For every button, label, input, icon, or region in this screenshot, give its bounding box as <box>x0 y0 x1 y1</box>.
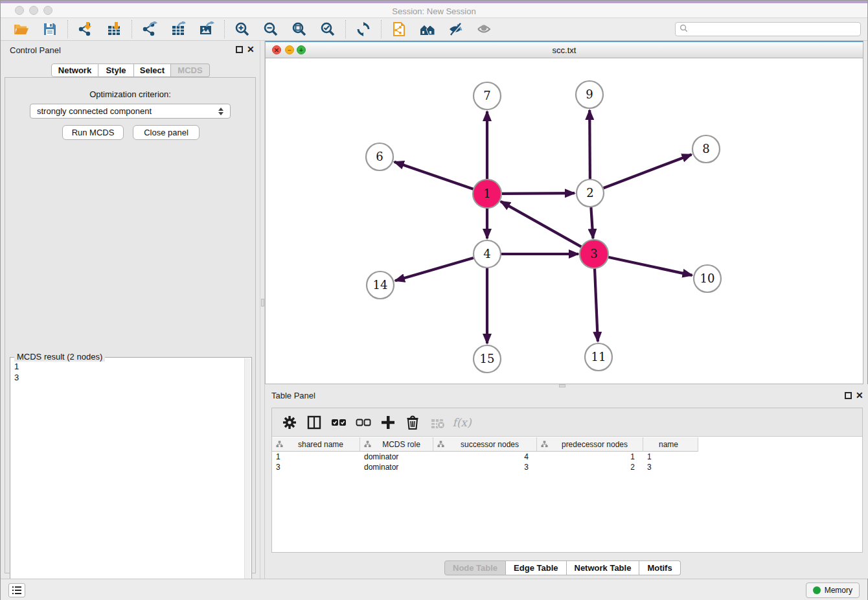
status-bar: Memory <box>1 579 867 600</box>
node-2[interactable]: 2 <box>577 179 604 207</box>
tab-mcds[interactable]: MCDS <box>171 63 210 77</box>
node-label: 1 <box>483 187 490 200</box>
edge-3-1[interactable] <box>501 202 582 247</box>
tab-node-table[interactable]: Node Table <box>444 560 506 575</box>
float-panel-icon[interactable] <box>236 46 243 53</box>
float-panel-icon[interactable] <box>845 392 852 399</box>
splitter-handle[interactable] <box>261 299 264 306</box>
tab-motifs[interactable]: Motifs <box>639 560 680 575</box>
export-network-icon[interactable] <box>141 21 158 38</box>
column-panes-icon[interactable] <box>306 414 323 431</box>
zoom-selected-icon[interactable] <box>319 21 336 38</box>
tab-network-table[interactable]: Network Table <box>567 560 640 575</box>
close-panel-icon[interactable]: ✕ <box>247 44 255 54</box>
node-14[interactable]: 14 <box>367 271 394 299</box>
titlebar: Session: New Session <box>1 3 867 18</box>
task-history-button[interactable] <box>8 583 25 597</box>
refresh-icon[interactable] <box>355 21 372 38</box>
node-1[interactable]: 1 <box>473 179 501 208</box>
zoom-fit-icon[interactable] <box>291 21 308 38</box>
mcds-result-text[interactable]: 13 <box>11 358 244 600</box>
vertical-splitter[interactable] <box>260 41 265 579</box>
column-header-name[interactable]: name <box>643 437 698 452</box>
table-row[interactable]: 3dominator323 <box>272 462 862 472</box>
open-icon[interactable] <box>13 21 30 38</box>
show-graphics-details-icon[interactable] <box>476 21 493 38</box>
edge-1-6[interactable] <box>394 162 474 189</box>
run-mcds-button[interactable]: Run MCDS <box>62 125 124 140</box>
table-row[interactable]: 1dominator411 <box>272 452 862 462</box>
window-title: Session: New Session <box>1 6 867 16</box>
table-cell[interactable]: 1 <box>272 452 360 462</box>
toolbar-separator <box>381 20 382 38</box>
tab-network[interactable]: Network <box>51 63 98 77</box>
node-7[interactable]: 7 <box>474 82 501 110</box>
table-cell[interactable]: 3 <box>272 462 360 472</box>
table-cell[interactable]: 4 <box>433 452 537 462</box>
delete-table-icon[interactable] <box>429 414 446 431</box>
save-icon[interactable] <box>41 21 58 38</box>
list-icon <box>12 586 22 595</box>
node-9[interactable]: 9 <box>576 81 603 108</box>
search-field[interactable] <box>675 22 861 36</box>
node-11[interactable]: 11 <box>585 343 612 371</box>
search-input[interactable] <box>691 25 856 34</box>
control-panel: Control Panel ✕ NetworkStyleSelectMCDS O… <box>1 41 260 579</box>
table-cell[interactable]: 2 <box>537 462 643 472</box>
node-15[interactable]: 15 <box>474 345 501 373</box>
table-cell[interactable]: 3 <box>433 462 537 472</box>
table-cell[interactable]: dominator <box>360 452 433 462</box>
export-table-icon[interactable] <box>170 21 187 38</box>
edge-4-14[interactable] <box>395 258 474 281</box>
close-panel-button[interactable]: Close panel <box>133 125 200 140</box>
first-neighbors-icon[interactable] <box>419 21 436 38</box>
hide-graphics-details-icon[interactable] <box>448 21 464 38</box>
optimization-criterion-select[interactable]: strongly connected component <box>30 104 231 119</box>
zoom-in-icon[interactable] <box>234 21 251 38</box>
edge-2-3[interactable] <box>591 207 593 238</box>
tab-select[interactable]: Select <box>134 63 171 77</box>
column-header-shared-name[interactable]: shared name <box>272 437 360 452</box>
splitter-handle[interactable] <box>559 384 565 387</box>
node-8[interactable]: 8 <box>692 135 720 163</box>
new-network-from-selection-icon[interactable] <box>391 21 407 38</box>
node-3[interactable]: 3 <box>580 240 608 268</box>
import-table-icon[interactable] <box>106 21 122 38</box>
tab-style[interactable]: Style <box>98 63 134 77</box>
delete-icon[interactable] <box>404 414 421 431</box>
select-all-icon[interactable] <box>330 414 347 431</box>
network-graph[interactable]: 7968124314101511 <box>266 58 863 384</box>
column-header-successor-nodes[interactable]: successor nodes <box>433 437 537 452</box>
edge-3-11[interactable] <box>595 268 598 341</box>
node-6[interactable]: 6 <box>366 143 393 170</box>
table-cell[interactable]: 1 <box>643 452 698 462</box>
result-scrollbar[interactable] <box>244 358 251 600</box>
edge-2-9[interactable] <box>589 110 590 179</box>
deselect-all-icon[interactable] <box>355 414 372 431</box>
mcds-result-box: MCDS result (2 nodes) 13 <box>10 357 252 600</box>
close-panel-icon[interactable]: ✕ <box>856 390 863 400</box>
network-canvas[interactable]: 7968124314101511 <box>266 58 863 384</box>
edge-1-2[interactable] <box>501 193 575 194</box>
toolbar-separator <box>224 20 225 38</box>
import-network-icon[interactable] <box>77 21 94 38</box>
export-image-icon[interactable] <box>198 21 215 38</box>
table-panel: Table Panel ✕ f(x) shared nameMCDS roles… <box>265 388 868 579</box>
memory-button[interactable]: Memory <box>806 583 860 598</box>
column-header-predecessor-nodes[interactable]: predecessor nodes <box>537 437 643 452</box>
table-cell[interactable]: 3 <box>643 462 698 472</box>
table-cell[interactable]: 1 <box>537 452 643 462</box>
network-window-titlebar[interactable]: ✕ − + scc.txt <box>266 42 863 58</box>
table-cell[interactable]: dominator <box>360 462 433 472</box>
edge-3-10[interactable] <box>608 257 692 275</box>
node-label: 11 <box>591 350 606 363</box>
tab-edge-table[interactable]: Edge Table <box>506 560 566 575</box>
node-10[interactable]: 10 <box>694 265 721 292</box>
network-view-window: ✕ − + scc.txt 7968124314101511 <box>265 41 863 384</box>
gear-icon[interactable] <box>281 414 298 431</box>
add-icon[interactable] <box>380 414 396 431</box>
node-4[interactable]: 4 <box>474 240 501 268</box>
edge-2-8[interactable] <box>604 155 692 189</box>
column-header-MCDS-role[interactable]: MCDS role <box>360 437 433 452</box>
zoom-out-icon[interactable] <box>262 21 279 38</box>
